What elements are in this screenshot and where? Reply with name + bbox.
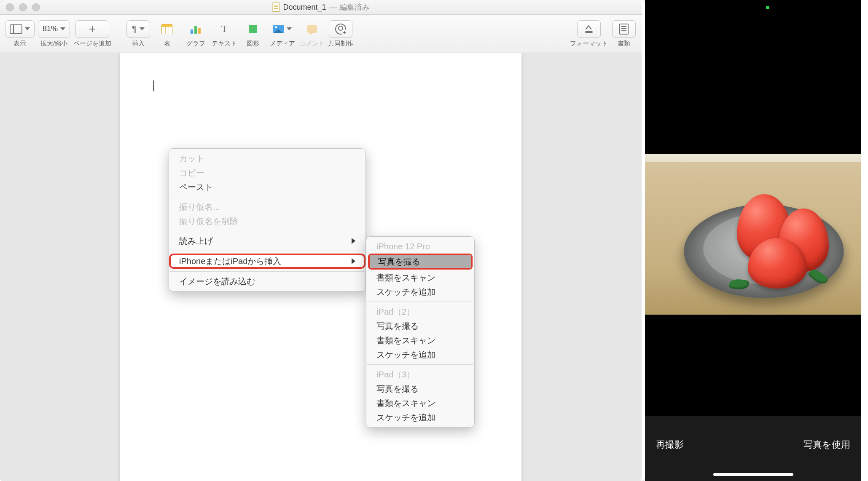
submenu-take-photo-ipad3[interactable]: 写真を撮る: [366, 382, 474, 396]
context-menu: カット コピー ペースト 振り仮名... 振り仮名を削除 読み上げ iPhone…: [169, 148, 366, 291]
document-status: — 編集済み: [330, 2, 370, 12]
minimize-window-icon[interactable]: [19, 3, 27, 11]
highlight-take-photo: 写真を撮る: [368, 254, 473, 270]
submenu-add-sketch[interactable]: スケッチを追加: [366, 285, 474, 299]
submenu-scan-docs-ipad2[interactable]: 書類をスキャン: [366, 333, 474, 347]
menu-insert-from-device[interactable]: iPhoneまたはiPadから挿入: [169, 254, 365, 269]
photo-preview: [645, 154, 861, 315]
comment-button: コメント: [299, 20, 325, 48]
window-controls: [6, 3, 40, 11]
document-button[interactable]: 書類: [611, 20, 637, 48]
text-cursor: [153, 80, 154, 91]
shape-icon: [249, 25, 257, 33]
media-icon: [273, 25, 284, 33]
text-label: テキスト: [212, 40, 237, 48]
panels-icon: [10, 24, 22, 34]
insert-label: 挿入: [132, 40, 145, 48]
document-icon: [272, 3, 279, 12]
toolbar: 表示 81% 拡大/縮小 + ページを追加 ¶ 挿入 表 グラフ: [0, 15, 642, 53]
shape-button[interactable]: 図形: [240, 20, 266, 48]
table-button[interactable]: 表: [154, 20, 180, 48]
fullscreen-window-icon[interactable]: [32, 3, 40, 11]
menu-separator: [170, 231, 365, 231]
submenu-scan-docs[interactable]: 書類をスキャン: [366, 270, 474, 285]
view-label: 表示: [13, 40, 26, 48]
document-canvas[interactable]: カット コピー ペースト 振り仮名... 振り仮名を削除 読み上げ iPhone…: [0, 53, 642, 481]
submenu-arrow-icon: [352, 238, 355, 244]
home-indicator[interactable]: [713, 473, 793, 476]
collaborate-label: 共同制作: [328, 40, 353, 48]
device-header-ipad2: iPad（2）: [366, 305, 474, 319]
iphone-camera-preview: 再撮影 写真を使用: [645, 0, 861, 481]
zoom-value: 81%: [43, 24, 58, 33]
format-icon: [584, 24, 594, 34]
submenu-take-photo-ipad2[interactable]: 写真を撮る: [366, 319, 474, 333]
chevron-down-icon: [60, 27, 65, 30]
menu-separator: [170, 271, 365, 272]
zoom-label: 拡大/縮小: [40, 40, 67, 48]
chart-icon: [191, 24, 201, 34]
chevron-down-icon: [287, 27, 292, 30]
zoom-button[interactable]: 81% 拡大/縮小: [38, 20, 70, 48]
submenu-add-sketch-ipad3[interactable]: スケッチを追加: [366, 410, 474, 425]
table-icon: [161, 24, 172, 34]
menu-import-image[interactable]: イメージを読み込む: [169, 274, 365, 289]
device-header-iphone: iPhone 12 Pro: [366, 239, 474, 254]
menu-separator: [170, 197, 365, 197]
device-submenu: iPhone 12 Pro 写真を撮る 書類をスキャン スケッチを追加 iPad…: [366, 236, 475, 428]
camera-bottom-bar: 再撮影 写真を使用: [645, 416, 861, 481]
menu-remove-furigana: 振り仮名を削除: [169, 214, 365, 228]
chart-label: グラフ: [186, 40, 205, 48]
chevron-down-icon: [140, 27, 145, 30]
pages-app-window: Document_1 — 編集済み 表示 81% 拡大/縮小 + ページを追加 …: [0, 0, 645, 481]
insert-button[interactable]: ¶ 挿入: [126, 20, 151, 48]
chevron-down-icon: [25, 27, 30, 30]
submenu-scan-docs-ipad3[interactable]: 書類をスキャン: [366, 396, 474, 410]
menu-separator: [367, 302, 473, 302]
close-window-icon[interactable]: [6, 3, 14, 11]
text-button[interactable]: T テキスト: [212, 20, 237, 48]
document-title: Document_1: [283, 3, 326, 12]
window-title: Document_1 — 編集済み: [272, 2, 369, 12]
collaborate-button[interactable]: 共同制作: [328, 20, 353, 48]
text-icon: T: [221, 23, 228, 35]
menu-speak[interactable]: 読み上げ: [169, 234, 365, 248]
use-photo-button[interactable]: 写真を使用: [804, 438, 850, 451]
menu-copy: コピー: [169, 166, 365, 180]
table-label: 表: [164, 40, 170, 48]
titlebar: Document_1 — 編集済み: [0, 0, 642, 15]
add-page-button[interactable]: + ページを追加: [73, 20, 111, 48]
shape-label: 図形: [247, 40, 259, 48]
document-label: 書類: [618, 40, 630, 48]
menu-paste[interactable]: ペースト: [169, 180, 365, 194]
retake-button[interactable]: 再撮影: [656, 438, 684, 451]
device-header-ipad3: iPad（3）: [366, 367, 474, 382]
view-button[interactable]: 表示: [5, 20, 35, 48]
media-button[interactable]: メディア: [269, 20, 296, 48]
comment-label: コメント: [299, 40, 325, 48]
submenu-arrow-icon: [352, 258, 355, 264]
add-page-label: ページを追加: [73, 40, 111, 48]
menu-cut: カット: [169, 151, 365, 166]
collaborate-icon: [335, 24, 346, 35]
menu-separator: [367, 364, 473, 365]
format-label: フォーマット: [570, 40, 608, 48]
menu-furigana: 振り仮名...: [169, 200, 365, 214]
submenu-take-photo[interactable]: 写真を撮る: [370, 255, 471, 268]
paragraph-icon: ¶: [132, 24, 137, 35]
media-label: メディア: [270, 40, 295, 48]
format-button[interactable]: フォーマット: [570, 20, 608, 48]
chart-button[interactable]: グラフ: [183, 20, 208, 48]
comment-icon: [307, 25, 317, 33]
menu-separator: [170, 251, 365, 251]
camera-viewport: [645, 0, 861, 416]
document-panels-icon: [619, 24, 629, 35]
submenu-add-sketch-ipad2[interactable]: スケッチを追加: [366, 347, 474, 362]
plus-icon: +: [89, 23, 96, 35]
